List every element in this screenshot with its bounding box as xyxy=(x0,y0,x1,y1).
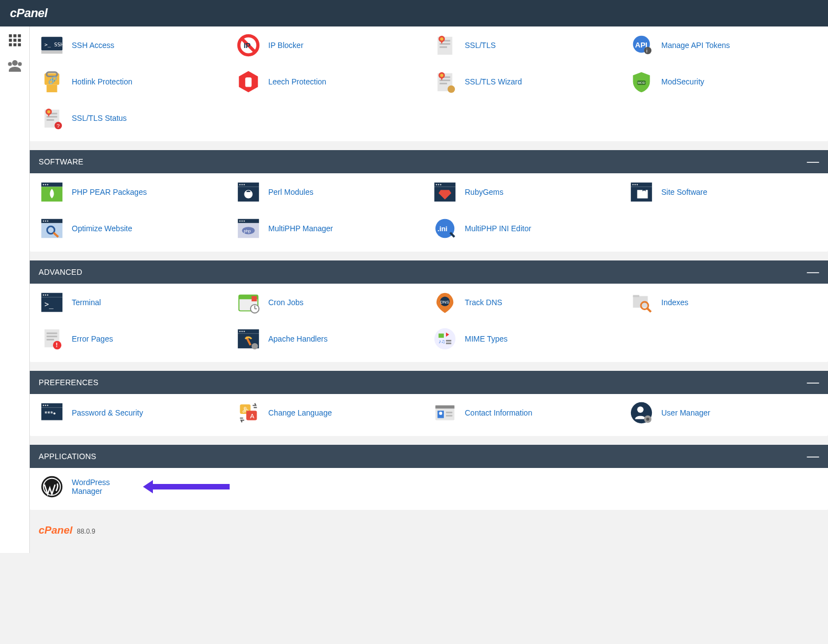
tile-mime-types[interactable]: ♪♫MIME Types xyxy=(432,326,623,352)
svg-text:>_ SSH: >_ SSH xyxy=(45,41,64,47)
tile-terminal[interactable]: >_Terminal xyxy=(39,289,230,316)
svg-rect-77 xyxy=(41,223,62,238)
svg-point-70 xyxy=(634,184,635,185)
svg-rect-68 xyxy=(631,183,652,187)
tile-password-security[interactable]: ***•Password & Security xyxy=(39,400,230,426)
svg-point-58 xyxy=(241,184,242,185)
tile-contact-information[interactable]: Contact Information xyxy=(432,400,623,426)
tile-label: IP Blocker xyxy=(268,41,304,50)
section-header-software[interactable]: SOFTWARE— xyxy=(30,150,828,173)
svg-text:php: php xyxy=(243,228,251,233)
tile-multiphp-manager[interactable]: phpMultiPHP Manager xyxy=(235,215,426,242)
wordpress-manager-icon xyxy=(39,473,65,500)
terminal-icon: >_ xyxy=(39,289,65,316)
svg-point-53 xyxy=(45,184,46,185)
section-header-advanced[interactable]: ADVANCED— xyxy=(30,260,828,284)
collapse-icon[interactable]: — xyxy=(807,266,819,278)
nav-tools-icon[interactable] xyxy=(7,32,23,49)
multiphp-ini-editor-icon: .ini xyxy=(432,215,458,242)
svg-rect-80 xyxy=(238,219,259,223)
tile-cron-jobs[interactable]: Cron Jobs xyxy=(235,289,426,316)
svg-point-52 xyxy=(43,184,44,185)
tile-label: Track DNS xyxy=(465,298,502,307)
tile-site-software[interactable]: Site Software xyxy=(628,179,819,205)
track-dns-icon: DNS xyxy=(432,289,458,316)
tile-apache-handlers[interactable]: Apache Handlers xyxy=(235,326,426,352)
svg-rect-20 xyxy=(439,43,450,45)
svg-rect-2 xyxy=(18,34,20,37)
tile-indexes[interactable]: Indexes xyxy=(628,289,819,316)
nav-users-icon[interactable] xyxy=(7,57,23,74)
panel-advanced: ADVANCED—>_TerminalCron JobsDNSTrack DNS… xyxy=(30,260,828,362)
tile-ip-blocker[interactable]: IPIP Blocker xyxy=(235,32,426,58)
section-header-preferences[interactable]: PREFERENCES— xyxy=(30,371,828,394)
footer: cPanel 88.0.9 xyxy=(30,519,828,542)
svg-point-115 xyxy=(241,331,242,332)
change-language-icon: あA xyxy=(235,400,262,426)
svg-line-106 xyxy=(647,308,651,312)
tile-php-pear-packages[interactable]: PHP PEAR Packages xyxy=(39,179,230,205)
svg-rect-46 xyxy=(46,119,54,121)
svg-point-40 xyxy=(448,86,455,93)
svg-point-10 xyxy=(8,62,12,66)
manage-api-tokens-icon: APIi xyxy=(628,32,655,58)
panel-applications: APPLICATIONS—WordPress Manager xyxy=(30,445,828,510)
svg-rect-113 xyxy=(238,329,259,334)
tile-ssl-tls[interactable]: SSL/TLS xyxy=(432,32,623,58)
svg-rect-4 xyxy=(13,39,16,41)
svg-point-92 xyxy=(47,294,48,295)
tile-ssl-tls-wizard[interactable]: SSL/TLS Wizard xyxy=(432,68,623,95)
svg-point-127 xyxy=(45,405,46,406)
tile-label: Manage API Tokens xyxy=(661,41,730,50)
panel-preferences: PREFERENCES—***•Password & SecurityあACha… xyxy=(30,371,828,436)
svg-rect-7 xyxy=(13,43,16,46)
svg-point-118 xyxy=(252,343,258,350)
tile-wordpress-manager[interactable]: WordPress Manager xyxy=(39,473,230,500)
svg-point-138 xyxy=(439,412,442,415)
collapse-icon[interactable]: — xyxy=(807,156,819,168)
svg-point-116 xyxy=(243,331,245,332)
svg-rect-37 xyxy=(439,83,447,84)
tile-label: MultiPHP Manager xyxy=(268,224,333,233)
collapse-icon[interactable]: — xyxy=(807,376,819,388)
php-pear-packages-icon xyxy=(39,179,65,205)
svg-rect-108 xyxy=(46,333,57,334)
tile-ssh-access[interactable]: >_ SSHSSH Access xyxy=(39,32,230,58)
svg-rect-33 xyxy=(245,77,252,87)
tile-label: MultiPHP INI Editor xyxy=(465,224,531,233)
svg-rect-51 xyxy=(41,183,62,187)
svg-rect-73 xyxy=(41,219,62,223)
section-header-applications[interactable]: APPLICATIONS— xyxy=(30,445,828,468)
tile-rubygems[interactable]: RubyGems xyxy=(432,179,623,205)
tile-change-language[interactable]: あAChange Language xyxy=(235,400,426,426)
tile-hotlink-protection[interactable]: 🔗Hotlink Protection xyxy=(39,68,230,95)
tile-track-dns[interactable]: DNSTrack DNS xyxy=(432,289,623,316)
tile-modsecurity[interactable]: MODModSecurity xyxy=(628,68,819,95)
svg-text:?: ? xyxy=(57,123,60,129)
tile-perl-modules[interactable]: Perl Modules xyxy=(235,179,426,205)
tile-leech-protection[interactable]: Leech Protection xyxy=(235,68,426,95)
tile-ssl-tls-status[interactable]: ?SSL/TLS Status xyxy=(39,105,230,131)
svg-rect-0 xyxy=(9,34,12,37)
footer-version: 88.0.9 xyxy=(77,528,95,535)
modsecurity-icon: MOD xyxy=(628,68,655,95)
tile-label: Cron Jobs xyxy=(268,298,304,307)
leech-protection-icon xyxy=(235,68,262,95)
tile-user-manager[interactable]: User Manager xyxy=(628,400,819,426)
panel-software: SOFTWARE—PHP PEAR PackagesPerl ModulesRu… xyxy=(30,150,828,252)
tile-manage-api-tokens[interactable]: APIiManage API Tokens xyxy=(628,32,819,58)
tile-label: Hotlink Protection xyxy=(72,77,132,86)
tile-optimize-website[interactable]: Optimize Website xyxy=(39,215,230,242)
svg-point-48 xyxy=(47,110,50,114)
svg-point-82 xyxy=(241,220,242,221)
ssl-tls-wizard-icon xyxy=(432,68,458,95)
section-title: ADVANCED xyxy=(39,268,82,276)
cpanel-logo: cPanel xyxy=(10,6,47,20)
rubygems-icon xyxy=(432,179,458,205)
tile-error-pages[interactable]: !Error Pages xyxy=(39,326,230,352)
topbar: cPanel xyxy=(0,0,828,26)
tile-multiphp-ini-editor[interactable]: .iniMultiPHP INI Editor xyxy=(432,215,623,242)
error-pages-icon: ! xyxy=(39,326,65,352)
svg-point-23 xyxy=(440,38,443,41)
collapse-icon[interactable]: — xyxy=(807,450,819,462)
